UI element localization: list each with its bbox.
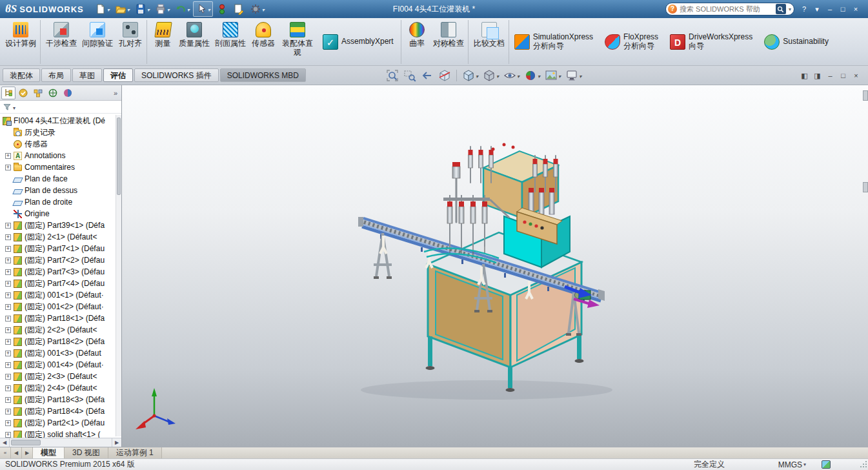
help-button[interactable]: ? bbox=[798, 3, 810, 15]
close-button[interactable]: × bbox=[850, 3, 862, 15]
search-scope-caret[interactable]: ▾ bbox=[789, 6, 791, 12]
ribbon-button[interactable]: 对称检查 bbox=[430, 20, 467, 64]
tab-scroll-next[interactable]: ▶ bbox=[22, 447, 33, 458]
tree-item[interactable]: 传感器 bbox=[0, 138, 121, 150]
scrollbar-thumb[interactable] bbox=[117, 118, 121, 195]
tree-horizontal-scrollbar[interactable]: ◀ ▶ bbox=[0, 438, 121, 447]
command-tab[interactable]: SOLIDWORKS MBD bbox=[220, 68, 306, 82]
options-button[interactable] bbox=[248, 2, 267, 16]
expand-icon[interactable] bbox=[5, 339, 11, 345]
ribbon-button[interactable]: 曲率 bbox=[401, 20, 430, 64]
tree-item[interactable]: (固定) 2<4> (Défaut< bbox=[0, 382, 121, 394]
command-tab[interactable]: 评估 bbox=[103, 68, 133, 82]
tree-item[interactable]: (固定) Part39<1> (Défa bbox=[0, 220, 121, 231]
expand-icon[interactable] bbox=[5, 432, 11, 438]
doc-minimize-button[interactable]: – bbox=[825, 70, 836, 81]
ribbon-button[interactable]: 测量 bbox=[146, 20, 176, 64]
expand-icon[interactable] bbox=[5, 316, 11, 322]
displaymanager-tab[interactable] bbox=[61, 87, 75, 99]
pane-split-handle-top[interactable] bbox=[863, 90, 868, 101]
display-style-button[interactable] bbox=[481, 68, 500, 83]
tree-item[interactable]: (固定) Part18<1> (Défa bbox=[0, 312, 121, 324]
expand-icon[interactable] bbox=[5, 304, 11, 310]
expand-icon[interactable] bbox=[5, 397, 11, 403]
tree-item[interactable]: (固定) Part7<4> (Défau bbox=[0, 278, 121, 289]
tree-item[interactable]: (固定) 001<1> (Défaut· bbox=[0, 289, 121, 301]
tree-item[interactable]: (固定) solid shaft<1> ( bbox=[0, 429, 121, 438]
new-document-button[interactable] bbox=[93, 2, 112, 16]
hscroll-left-button[interactable]: ◀ bbox=[0, 438, 10, 447]
propertymanager-tab[interactable] bbox=[16, 87, 30, 99]
help-search-box[interactable]: ? ▾ bbox=[665, 3, 794, 15]
expand-icon[interactable] bbox=[5, 153, 11, 159]
filter-funnel-icon[interactable] bbox=[3, 103, 12, 112]
ribbon-button[interactable]: 干涉检查 bbox=[40, 20, 79, 64]
select-tool-button[interactable] bbox=[193, 1, 213, 17]
ribbon-button[interactable]: SimulationXpress 分析向导 bbox=[509, 20, 599, 64]
command-tab[interactable]: SOLIDWORKS 插件 bbox=[134, 68, 219, 82]
expand-icon[interactable] bbox=[5, 234, 11, 240]
expand-icon[interactable] bbox=[5, 292, 11, 298]
expand-icon[interactable] bbox=[5, 223, 11, 229]
view-orientation-button[interactable] bbox=[461, 68, 479, 83]
quick-tips-icon[interactable] bbox=[822, 460, 831, 469]
tree-item[interactable]: (固定) Part2<1> (Défau bbox=[0, 417, 121, 429]
section-view-button[interactable] bbox=[437, 68, 452, 83]
tab-scroll-first[interactable]: « bbox=[0, 447, 11, 458]
expand-icon[interactable] bbox=[5, 327, 11, 333]
ribbon-button[interactable]: Sustainability bbox=[758, 20, 834, 64]
help-menu-caret[interactable]: ▾ bbox=[811, 3, 823, 15]
ribbon-button[interactable]: DriveWorksXpress 向导 bbox=[664, 20, 758, 64]
doc-close-button[interactable]: × bbox=[851, 70, 862, 81]
tree-item[interactable]: Plan de dessus bbox=[0, 185, 121, 196]
tree-item[interactable]: Annotations bbox=[0, 150, 121, 161]
expand-icon[interactable] bbox=[5, 165, 11, 170]
zoom-to-fit-button[interactable] bbox=[385, 68, 400, 83]
expand-icon[interactable] bbox=[5, 409, 11, 414]
tree-item[interactable]: (固定) 2<2> (Défaut< bbox=[0, 324, 121, 336]
featuremanager-tab[interactable] bbox=[1, 87, 15, 99]
tree-item[interactable]: (固定) Part18<4> (Défa bbox=[0, 405, 121, 417]
undo-button[interactable] bbox=[173, 2, 192, 16]
save-button[interactable] bbox=[133, 2, 152, 16]
expand-icon[interactable] bbox=[5, 246, 11, 252]
tree-item[interactable]: (固定) Part18<2> (Défa bbox=[0, 336, 121, 347]
tree-root-item[interactable]: FI004 4头4工位灌装机 (Dé bbox=[0, 115, 121, 127]
view-settings-button[interactable] bbox=[564, 68, 583, 83]
hide-show-items-button[interactable] bbox=[502, 68, 521, 83]
tree-item[interactable]: (固定) 2<3> (Défaut< bbox=[0, 371, 121, 382]
command-tab[interactable]: 布局 bbox=[41, 68, 71, 82]
edit-appearance-button[interactable] bbox=[523, 68, 541, 83]
expand-icon[interactable] bbox=[5, 362, 11, 368]
expand-icon[interactable] bbox=[5, 281, 11, 287]
tree-item[interactable]: (固定) 001<3> (Défaut bbox=[0, 347, 121, 359]
tree-item[interactable]: (固定) 001<2> (Défaut· bbox=[0, 301, 121, 312]
ribbon-button[interactable]: 设计算例 bbox=[3, 20, 39, 64]
tree-item[interactable]: (固定) Part7<1> (Défau bbox=[0, 243, 121, 254]
ribbon-button[interactable]: 间隙验证 bbox=[79, 20, 116, 64]
tree-item[interactable]: (固定) 001<4> (Défaut· bbox=[0, 359, 121, 371]
tree-item[interactable]: Plan de face bbox=[0, 173, 121, 185]
tree-vertical-scrollbar[interactable] bbox=[116, 115, 121, 436]
ribbon-button[interactable]: 剖面属性 bbox=[212, 20, 248, 64]
print-button[interactable] bbox=[153, 2, 172, 16]
command-tab[interactable]: 草图 bbox=[72, 68, 102, 82]
apply-scene-button[interactable] bbox=[543, 68, 562, 83]
pane-toggle-left[interactable]: ◧ bbox=[799, 70, 810, 81]
expand-icon[interactable] bbox=[5, 351, 11, 356]
pane-split-handle-mid[interactable] bbox=[863, 182, 868, 192]
ribbon-button[interactable]: 孔对齐 bbox=[116, 20, 145, 64]
pane-toggle-right[interactable]: ◨ bbox=[812, 70, 823, 81]
dimxpertmanager-tab[interactable] bbox=[46, 87, 60, 99]
expand-icon[interactable] bbox=[5, 385, 11, 391]
tree-item[interactable]: (固定) 2<1> (Défaut< bbox=[0, 231, 121, 243]
tree-item[interactable]: (固定) Part7<3> (Défau bbox=[0, 266, 121, 278]
ribbon-button[interactable]: FloXpress 分析向导 bbox=[599, 20, 664, 64]
ribbon-button[interactable]: 装配体直观 bbox=[278, 20, 317, 64]
resize-grip[interactable] bbox=[859, 461, 867, 469]
units-selector[interactable]: MMGS bbox=[778, 460, 806, 469]
expand-icon[interactable] bbox=[5, 269, 11, 275]
ribbon-button[interactable]: 传感器 bbox=[248, 20, 278, 64]
hscroll-thumb[interactable] bbox=[11, 440, 41, 445]
document-view-tab[interactable]: 运动算例 1 bbox=[108, 447, 162, 458]
